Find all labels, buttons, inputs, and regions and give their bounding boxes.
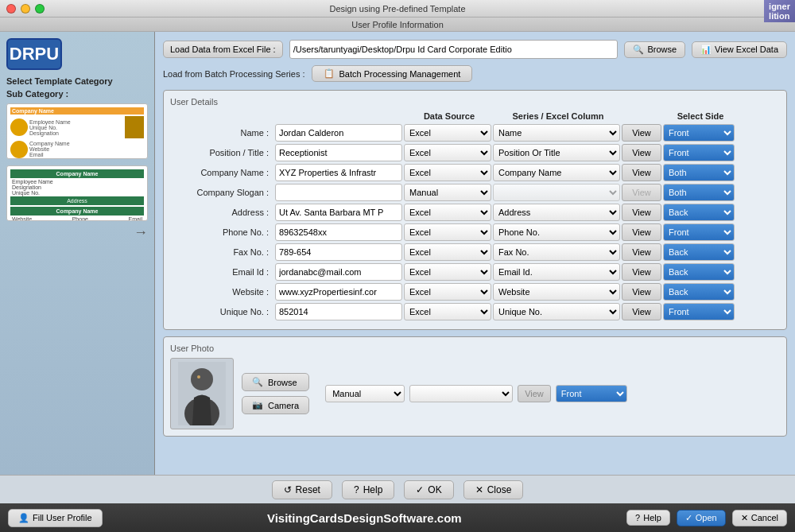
row-label-2: Company Name : [170, 168, 273, 177]
row-value-input-1[interactable] [275, 144, 402, 161]
row-label-9: Unique No. : [170, 307, 273, 316]
photo-series-select[interactable] [409, 385, 513, 402]
row-value-input-5[interactable] [275, 223, 402, 241]
row-series-select-8[interactable]: Website [493, 283, 620, 301]
batch-processing-btn[interactable]: 📋 Batch Processing Management [312, 65, 473, 82]
fill-user-profile-btn[interactable]: 👤 Fill User Profile [8, 509, 103, 527]
template-card-2[interactable]: Company Name Employee Name Designation U… [6, 165, 148, 221]
row-side-select-7[interactable]: Front Back Both [663, 263, 735, 281]
camera-btn[interactable]: 📷 Camera [242, 396, 309, 414]
row-side-select-0[interactable]: Front Back Both [663, 124, 735, 142]
select-side-header: Select Side [665, 111, 736, 121]
photo-side-select[interactable]: Front Back Both [556, 385, 627, 402]
row-view-btn-1[interactable]: View [622, 144, 661, 161]
row-series-select-3[interactable] [493, 184, 620, 201]
row-side-select-2[interactable]: Front Back Both [663, 164, 735, 181]
table-row: Phone No. : Excel Manual Phone No. View … [170, 223, 780, 241]
title-bar: Design using Pre-defined Template ignerl… [0, 0, 795, 17]
user-photo-label: User Photo [170, 344, 780, 353]
row-datasource-select-7[interactable]: Excel Manual [404, 263, 491, 281]
maximize-window-btn[interactable] [35, 4, 45, 14]
row-view-btn-7[interactable]: View [622, 263, 661, 281]
row-series-select-7[interactable]: Email Id. [493, 263, 620, 281]
right-arrow-icon: → [134, 224, 148, 241]
load-data-btn[interactable]: Load Data from Excel File : [163, 41, 283, 58]
row-side-select-3[interactable]: Front Back Both [663, 184, 735, 201]
footer-help-btn[interactable]: ? Help [626, 510, 670, 526]
row-value-input-3[interactable] [275, 184, 402, 201]
row-series-select-4[interactable]: Address [493, 204, 620, 221]
table-row: Company Name : Excel Manual Company Name… [170, 164, 780, 181]
row-datasource-select-0[interactable]: Excel Manual [404, 124, 491, 142]
row-view-btn-9[interactable]: View [622, 303, 661, 320]
row-series-select-2[interactable]: Company Name [493, 164, 620, 181]
subtitle-bar: User Profile Information [0, 17, 795, 32]
row-datasource-select-6[interactable]: Excel Manual [404, 243, 491, 261]
photo-dropdowns: Manual Excel View Front Back Both [325, 385, 627, 402]
row-datasource-select-1[interactable]: Excel Manual [404, 144, 491, 161]
row-view-btn-2[interactable]: View [622, 164, 661, 181]
row-view-btn-3[interactable]: View [622, 184, 661, 201]
website-text: VisitingCardsDesignSoftware.com [267, 511, 462, 525]
reset-btn[interactable]: ↺ Reset [272, 480, 332, 499]
photo-view-btn[interactable]: View [518, 385, 551, 402]
row-value-input-7[interactable] [275, 263, 402, 281]
photo-data-source-select[interactable]: Manual Excel [325, 385, 405, 402]
row-datasource-select-9[interactable]: Excel Manual [404, 303, 491, 320]
row-series-select-9[interactable]: Unique No. [493, 303, 620, 320]
row-series-select-5[interactable]: Phone No. [493, 223, 620, 241]
row-label-5: Phone No. : [170, 227, 273, 237]
row-view-btn-8[interactable]: View [622, 283, 661, 301]
table-row: Fax No. : Excel Manual Fax No. View Fron… [170, 243, 780, 261]
footer-right: ? Help ✓ Open ✕ Cancel [626, 510, 787, 526]
row-side-select-9[interactable]: Front Back Both [663, 303, 735, 320]
view-excel-btn[interactable]: 📊 View Excel Data [692, 41, 787, 58]
template-cards: Company Name Employee Name Unique No. De… [6, 103, 148, 221]
row-side-select-1[interactable]: Front Back Both [663, 144, 735, 161]
row-label-3: Company Slogan : [170, 188, 273, 197]
template-card-1[interactable]: Company Name Employee Name Unique No. De… [6, 103, 148, 159]
row-datasource-select-3[interactable]: Excel Manual [404, 184, 491, 201]
row-view-btn-0[interactable]: View [622, 124, 661, 142]
row-view-btn-6[interactable]: View [622, 243, 661, 261]
table-row: Website : Excel Manual Website View Fron… [170, 283, 780, 301]
row-side-select-5[interactable]: Front Back Both [663, 223, 735, 241]
photo-placeholder [170, 358, 234, 429]
drpu-logo: DRPU [6, 38, 62, 70]
browse-btn[interactable]: 🔍 Browse [624, 41, 685, 58]
photo-browse-btn[interactable]: 🔍 Browse [242, 373, 309, 391]
row-side-select-6[interactable]: Front Back Both [663, 243, 735, 261]
footer-open-btn[interactable]: ✓ Open [677, 510, 726, 526]
row-side-select-4[interactable]: Front Back Both [663, 204, 735, 221]
arrow-row: → [6, 224, 148, 241]
row-view-btn-5[interactable]: View [622, 223, 661, 241]
row-side-select-8[interactable]: Front Back Both [663, 283, 735, 301]
user-photo-box: User Photo 🔍 Browse [163, 336, 787, 437]
row-series-select-1[interactable]: Position Or Title [493, 144, 620, 161]
ok-btn[interactable]: ✓ OK [404, 480, 453, 499]
footer-cancel-btn[interactable]: ✕ Cancel [732, 510, 787, 526]
row-value-input-2[interactable] [275, 164, 402, 181]
table-headers: Data Source Series / Excel Column Select… [170, 111, 780, 121]
row-value-input-9[interactable] [275, 303, 402, 320]
row-value-input-6[interactable] [275, 243, 402, 261]
file-path-input[interactable] [289, 40, 619, 59]
row-datasource-select-5[interactable]: Excel Manual [404, 223, 491, 241]
close-btn[interactable]: ✕ Close [463, 480, 524, 499]
table-row: Company Slogan : Excel Manual View Front… [170, 184, 780, 201]
row-datasource-select-2[interactable]: Excel Manual [404, 164, 491, 181]
close-window-btn[interactable] [6, 4, 16, 14]
row-value-input-0[interactable] [275, 124, 402, 142]
row-value-input-4[interactable] [275, 204, 402, 221]
row-view-btn-4[interactable]: View [622, 204, 661, 221]
row-datasource-select-4[interactable]: Excel Manual [404, 204, 491, 221]
row-label-4: Address : [170, 208, 273, 217]
row-series-select-6[interactable]: Fax No. [493, 243, 620, 261]
help-btn[interactable]: ? Help [342, 480, 394, 499]
footer-check-icon: ✓ [685, 513, 692, 523]
row-datasource-select-8[interactable]: Excel Manual [404, 283, 491, 301]
row-value-input-8[interactable] [275, 283, 402, 301]
minimize-window-btn[interactable] [21, 4, 30, 14]
row-series-select-0[interactable]: Name [493, 124, 620, 142]
table-row: Position / Title : Excel Manual Position… [170, 144, 780, 161]
